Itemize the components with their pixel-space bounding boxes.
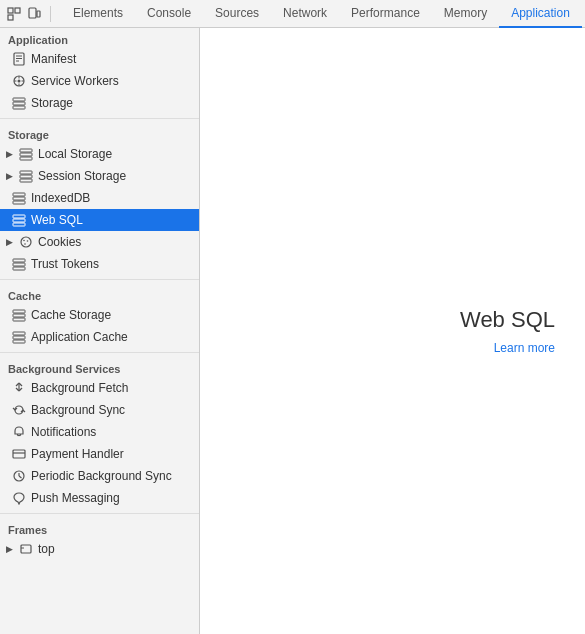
tab-bar-icons [0,6,61,22]
sidebar-item-indexeddb[interactable]: IndexedDB [0,187,199,209]
tab-memory[interactable]: Memory [432,0,499,28]
tab-sources[interactable]: Sources [203,0,271,28]
svg-rect-41 [13,336,25,339]
tab-application[interactable]: Application [499,0,582,28]
svg-point-10 [18,80,21,83]
notifications-icon [12,425,26,439]
sidebar-item-cookies[interactable]: ▶ Cookies [0,231,199,253]
svg-rect-2 [8,15,13,20]
svg-rect-19 [20,153,32,156]
local-storage-label: Local Storage [38,147,112,161]
svg-rect-15 [13,98,25,101]
arrow-session-storage: ▶ [4,171,14,181]
periodic-background-sync-icon [12,469,26,483]
sidebar-item-manifest[interactable]: Manifest [0,48,199,70]
svg-rect-51 [13,450,25,458]
tab-performance[interactable]: Performance [339,0,432,28]
sidebar-item-background-sync[interactable]: Background Sync [0,399,199,421]
background-fetch-icon [12,381,26,395]
svg-point-33 [24,243,26,245]
section-background-services: Background Services [0,357,199,377]
application-cache-label: Application Cache [31,330,128,344]
sidebar-item-periodic-background-sync[interactable]: Periodic Background Sync [0,465,199,487]
sidebar-item-trust-tokens[interactable]: Trust Tokens [0,253,199,275]
sidebar-item-push-messaging[interactable]: Push Messaging [0,487,199,509]
manifest-label: Manifest [31,52,76,66]
push-messaging-label: Push Messaging [31,491,120,505]
payment-handler-icon [12,447,26,461]
sidebar-item-application-cache[interactable]: Application Cache [0,326,199,348]
svg-point-31 [23,240,25,242]
periodic-background-sync-label: Periodic Background Sync [31,469,172,483]
svg-rect-4 [37,11,40,17]
session-storage-icon [19,169,33,183]
sidebar-item-session-storage[interactable]: ▶ Session Storage [0,165,199,187]
divider-3 [0,352,199,353]
page-title: Web SQL [460,307,555,333]
svg-rect-25 [13,197,25,200]
sidebar: Application Manifest [0,28,200,634]
arrow-cookies: ▶ [4,237,14,247]
sidebar-item-web-sql[interactable]: Web SQL [0,209,199,231]
svg-rect-22 [20,175,32,178]
arrow-top: ▶ [4,544,14,554]
divider [50,6,51,22]
tab-console[interactable]: Console [135,0,203,28]
main-content: Application Manifest [0,28,585,634]
svg-rect-24 [13,193,25,196]
inspect-icon[interactable] [6,6,22,22]
svg-rect-16 [13,102,25,105]
trust-tokens-label: Trust Tokens [31,257,99,271]
storage-icon [12,96,26,110]
section-frames: Frames [0,518,199,538]
svg-rect-40 [13,332,25,335]
sidebar-item-payment-handler[interactable]: Payment Handler [0,443,199,465]
arrow-local-storage: ▶ [4,149,14,159]
svg-rect-0 [8,8,13,13]
storage-label: Storage [31,96,73,110]
svg-rect-29 [13,223,25,226]
svg-line-55 [19,476,22,478]
local-storage-icon [19,147,33,161]
session-storage-label: Session Storage [38,169,126,183]
svg-rect-56 [21,545,31,553]
svg-rect-27 [13,215,25,218]
svg-rect-39 [13,318,25,321]
sidebar-item-top[interactable]: ▶ top [0,538,199,560]
background-sync-icon [12,403,26,417]
content-area: Web SQL Learn more [200,28,585,634]
sidebar-item-background-fetch[interactable]: Background Fetch [0,377,199,399]
svg-rect-42 [13,340,25,343]
push-messaging-icon [12,491,26,505]
top-frame-icon [19,542,33,556]
sidebar-item-storage[interactable]: Storage [0,92,199,114]
notifications-label: Notifications [31,425,96,439]
divider-1 [0,118,199,119]
device-icon[interactable] [26,6,42,22]
svg-rect-23 [20,179,32,182]
svg-rect-38 [13,314,25,317]
sidebar-item-local-storage[interactable]: ▶ Local Storage [0,143,199,165]
svg-rect-37 [13,310,25,313]
learn-more-link[interactable]: Learn more [494,341,555,355]
sidebar-item-notifications[interactable]: Notifications [0,421,199,443]
indexeddb-label: IndexedDB [31,191,90,205]
svg-rect-34 [13,259,25,262]
service-workers-icon [12,74,26,88]
svg-rect-17 [13,106,25,109]
service-workers-label: Service Workers [31,74,119,88]
sidebar-item-service-workers[interactable]: Service Workers [0,70,199,92]
svg-rect-20 [20,157,32,160]
svg-point-30 [21,237,31,247]
application-cache-icon [12,330,26,344]
web-sql-icon [12,213,26,227]
cache-storage-label: Cache Storage [31,308,111,322]
web-sql-label: Web SQL [31,213,83,227]
tab-elements[interactable]: Elements [61,0,135,28]
tab-network[interactable]: Network [271,0,339,28]
svg-rect-1 [15,8,20,13]
manifest-icon [12,52,26,66]
sidebar-item-cache-storage[interactable]: Cache Storage [0,304,199,326]
payment-handler-label: Payment Handler [31,447,124,461]
tab-bar: Elements Console Sources Network Perform… [0,0,585,28]
